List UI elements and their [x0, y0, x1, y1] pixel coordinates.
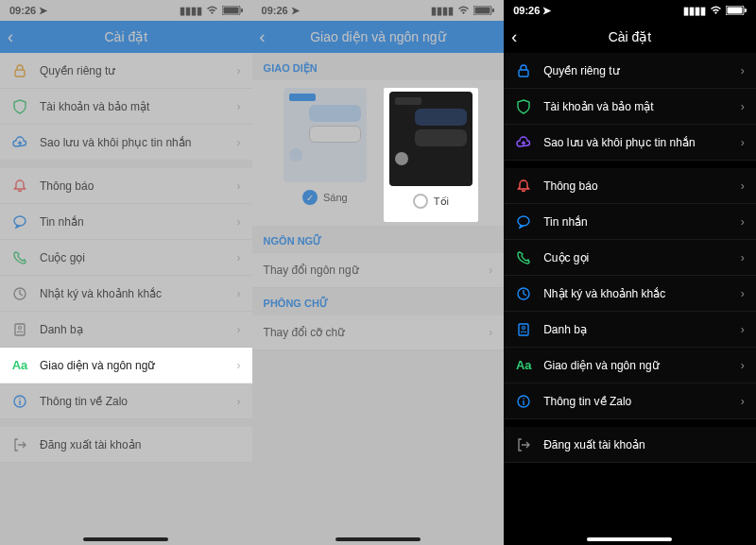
back-icon[interactable]: ‹: [8, 27, 13, 47]
status-bar: 09:26 ➤ ▮▮▮▮: [0, 0, 252, 21]
settings-list: Quyền riêng tư›Tài khoản và bảo mật›Sao …: [0, 53, 252, 545]
theme-light-label: Sáng: [323, 192, 348, 203]
chevron-right-icon: ›: [741, 179, 745, 193]
settings-row-clock[interactable]: Nhật ký và khoảnh khắc›: [504, 276, 756, 312]
svg-rect-15: [727, 8, 742, 14]
chevron-right-icon: ›: [237, 100, 241, 113]
row-label: Thông tin về Zalo: [40, 395, 237, 408]
row-label: Thông tin về Zalo: [543, 395, 741, 408]
screenshot-theme-picker: 09:26 ➤ ▮▮▮▮ ‹ Giao diện và ngôn ngữ GIA…: [252, 0, 505, 545]
signal-icon: ▮▮▮▮: [683, 5, 706, 17]
row-label: Giao diện và ngôn ngữ: [543, 359, 741, 372]
settings-row-book[interactable]: Danh bạ›: [0, 312, 252, 348]
settings-row-phone[interactable]: Cuộc gọi›: [0, 240, 252, 276]
book-icon: [515, 321, 532, 338]
chevron-right-icon: ›: [237, 136, 241, 149]
row-label: Quyền riêng tư: [40, 64, 237, 77]
wifi-icon: [457, 6, 470, 15]
status-time: 09:26: [262, 5, 288, 16]
chevron-right-icon: ›: [741, 251, 745, 264]
phone-icon: [515, 249, 532, 266]
chevron-right-icon: ›: [237, 359, 241, 372]
svg-point-18: [518, 216, 529, 226]
settings-row-lock[interactable]: Quyền riêng tư›: [504, 53, 756, 89]
settings-row-bell[interactable]: Thông báo›: [0, 168, 252, 204]
change-language-row[interactable]: Thay đổi ngôn ngữ›: [252, 253, 505, 288]
status-bar: 09:26 ➤ ▮▮▮▮: [252, 0, 505, 21]
theme-dark[interactable]: Tối: [384, 88, 478, 222]
logout-icon: [515, 436, 532, 453]
settings-row-clock[interactable]: Nhật ký và khoảnh khắc›: [0, 276, 252, 312]
settings-row-shield[interactable]: Tài khoản và bảo mật›: [0, 89, 252, 125]
shield-icon: [11, 98, 28, 115]
svg-point-9: [19, 398, 21, 400]
page-title: Cài đặt: [504, 29, 756, 44]
theme-settings: GIAO DIỆN ✓Sáng Tối NGÔN NGỮ Thay đổi ng…: [252, 53, 505, 545]
settings-row-cloud[interactable]: Sao lưu và khôi phục tin nhắn›: [0, 125, 252, 161]
chevron-right-icon: ›: [741, 64, 745, 77]
theme-dark-label: Tối: [434, 196, 449, 208]
theme-light[interactable]: ✓Sáng: [278, 88, 372, 222]
header: ‹ Cài đặt: [504, 21, 756, 53]
settings-row-book[interactable]: Danh bạ›: [504, 312, 756, 348]
clock-icon: [515, 285, 532, 302]
bell-icon: [11, 178, 28, 195]
chevron-right-icon: ›: [237, 179, 241, 193]
row-label: Sao lưu và khôi phục tin nhắn: [40, 136, 237, 149]
chevron-right-icon: ›: [741, 287, 745, 300]
battery-icon: [726, 6, 747, 15]
settings-row-cloud[interactable]: Sao lưu và khôi phục tin nhắn›: [504, 125, 756, 161]
chevron-right-icon: ›: [237, 215, 241, 229]
Aa-icon: Aa: [515, 357, 532, 374]
location-icon: ➤: [291, 5, 300, 16]
settings-row-logout[interactable]: Đăng xuất tài khoản: [504, 427, 756, 463]
change-font-row[interactable]: Thay đổi cỡ chữ›: [252, 315, 505, 350]
settings-row-chat[interactable]: Tin nhắn›: [504, 204, 756, 240]
svg-rect-2: [241, 9, 243, 12]
home-indicator[interactable]: [587, 537, 672, 541]
row-label: Thông báo: [543, 179, 741, 193]
screenshot-settings-light: 09:26 ➤ ▮▮▮▮ ‹ Cài đặt Quyền riêng tư›Tà…: [0, 0, 252, 545]
settings-row-info[interactable]: Thông tin về Zalo›: [504, 383, 756, 419]
row-label: Cuộc gọi: [40, 251, 237, 264]
row-label: Tin nhắn: [543, 215, 741, 229]
settings-row-phone[interactable]: Cuộc gọi›: [504, 240, 756, 276]
home-indicator[interactable]: [335, 537, 421, 541]
wifi-icon: [710, 6, 722, 15]
book-icon: [11, 321, 28, 338]
row-label: Cuộc gọi: [543, 251, 741, 264]
row-label: Nhật ký và khoảnh khắc: [40, 287, 237, 300]
row-label: Nhật ký và khoảnh khắc: [543, 287, 741, 300]
chevron-right-icon: ›: [741, 100, 745, 113]
back-icon[interactable]: ‹: [260, 27, 266, 47]
settings-row-chat[interactable]: Tin nhắn›: [0, 204, 252, 240]
back-icon[interactable]: ‹: [511, 27, 517, 47]
svg-point-23: [523, 398, 524, 400]
row-label: Thông báo: [40, 179, 237, 193]
chevron-right-icon: ›: [237, 395, 241, 408]
row-label: Tin nhắn: [40, 215, 237, 229]
screenshot-settings-dark: 09:26 ➤ ▮▮▮▮ ‹ Cài đặt Quyền riêng tư›Tà…: [504, 0, 756, 545]
settings-row-lock[interactable]: Quyền riêng tư›: [0, 53, 252, 89]
section-theme: GIAO DIỆN: [252, 53, 505, 80]
settings-row-bell[interactable]: Thông báo›: [504, 168, 756, 204]
home-indicator[interactable]: [83, 537, 168, 541]
row-label: Giao diện và ngôn ngữ: [40, 359, 237, 372]
status-right: ▮▮▮▮: [683, 5, 747, 17]
settings-row-Aa[interactable]: AaGiao diện và ngôn ngữ›: [504, 348, 756, 383]
svg-point-21: [523, 326, 525, 329]
theme-dark-preview: [389, 92, 472, 186]
settings-row-shield[interactable]: Tài khoản và bảo mật›: [504, 89, 756, 125]
signal-icon: ▮▮▮▮: [180, 5, 202, 17]
radio-on-icon: ✓: [302, 190, 318, 205]
settings-row-Aa[interactable]: AaGiao diện và ngôn ngữ›: [0, 348, 252, 383]
info-icon: [11, 393, 28, 410]
signal-icon: ▮▮▮▮: [431, 5, 454, 17]
Aa-icon: Aa: [11, 357, 28, 374]
chevron-right-icon: ›: [237, 323, 241, 336]
status-right: ▮▮▮▮: [431, 5, 494, 17]
phone-icon: [11, 249, 28, 266]
row-label: Đăng xuất tài khoản: [40, 438, 241, 451]
settings-row-info[interactable]: Thông tin về Zalo›: [0, 383, 252, 419]
settings-row-logout[interactable]: Đăng xuất tài khoản: [0, 427, 252, 463]
